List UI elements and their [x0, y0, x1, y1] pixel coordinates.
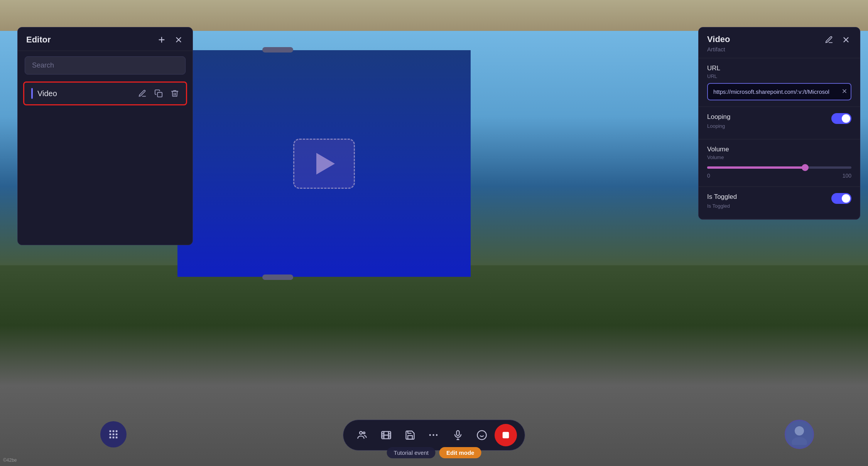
edit-icon: [138, 89, 147, 98]
editor-header: Editor: [18, 27, 193, 51]
taskbar: •••: [343, 420, 525, 451]
editor-title: Editor: [26, 35, 51, 45]
svg-rect-17: [503, 432, 509, 439]
artifact-title-group: Video Artifact: [707, 34, 730, 53]
grid-icon: [108, 429, 119, 440]
svg-rect-5: [113, 434, 115, 435]
artifact-edit-button[interactable]: [824, 34, 834, 45]
search-container: [18, 51, 193, 80]
svg-rect-6: [116, 434, 118, 435]
volume-slider-container: 0 100: [707, 166, 851, 179]
artifact-header: Video Artifact: [699, 27, 860, 58]
plus-icon: [157, 36, 166, 44]
volume-section: Volume Volume 0 100: [699, 139, 860, 187]
video-edit-button[interactable]: [138, 89, 147, 98]
edit-mode-badge: Edit mode: [439, 447, 481, 458]
video-scrollbar-top[interactable]: [262, 47, 293, 53]
looping-label-group: Looping Looping: [707, 113, 731, 133]
looping-section: Looping Looping: [699, 107, 860, 139]
volume-min-label: 0: [707, 173, 710, 179]
video-list-item[interactable]: Video: [23, 81, 187, 105]
svg-point-18: [795, 426, 804, 435]
url-clear-icon: [841, 88, 848, 94]
mic-icon: [453, 430, 463, 441]
avatar-image: [789, 424, 810, 445]
svg-rect-8: [113, 437, 115, 439]
record-icon: [502, 431, 510, 439]
svg-rect-13: [457, 430, 459, 435]
svg-rect-0: [157, 92, 162, 97]
svg-point-11: [363, 432, 365, 434]
svg-rect-4: [110, 434, 111, 435]
video-copy-button[interactable]: [154, 89, 163, 98]
film-icon: [381, 430, 392, 441]
wood-top-decoration: [0, 0, 868, 31]
grid-button[interactable]: [100, 421, 127, 447]
artifact-title: Video: [707, 34, 730, 44]
taskbar-record-button[interactable]: [495, 424, 517, 446]
status-bar: Tutorial event Edit mode: [387, 447, 481, 458]
is-toggled-label: Is Toggled: [707, 193, 737, 201]
is-toggled-sublabel: Is Toggled: [707, 203, 737, 209]
looping-toggle[interactable]: [831, 113, 851, 124]
volume-track: [707, 166, 851, 169]
editor-panel: Editor Video: [17, 27, 193, 245]
artifact-subtitle: Artifact: [707, 46, 730, 53]
taskbar-emoji-button[interactable]: [471, 424, 493, 446]
is-toggled-section: Is Toggled Is Toggled: [699, 187, 860, 219]
video-display-area: [177, 50, 471, 277]
svg-point-10: [360, 432, 362, 434]
volume-sublabel: Volume: [707, 154, 851, 160]
trash-icon: [171, 89, 179, 98]
video-scrollbar-bottom[interactable]: [262, 275, 293, 280]
url-label: URL: [707, 64, 851, 72]
url-input[interactable]: [707, 83, 851, 100]
copy-icon: [154, 89, 163, 98]
video-item-left: Video: [31, 88, 57, 99]
copyright-text: ©42be: [3, 458, 17, 463]
volume-fill: [707, 166, 805, 169]
svg-rect-9: [116, 437, 118, 439]
artifact-close-icon: [842, 36, 850, 44]
url-input-container: [707, 83, 851, 100]
artifact-edit-icon: [825, 36, 833, 44]
taskbar-people-button[interactable]: [351, 424, 373, 446]
svg-point-14: [477, 430, 486, 439]
url-clear-button[interactable]: [841, 88, 848, 96]
search-input[interactable]: [25, 56, 186, 75]
video-delete-button[interactable]: [171, 89, 179, 98]
editor-header-actions: [156, 34, 184, 45]
artifact-close-button[interactable]: [841, 34, 851, 45]
looping-label: Looping: [707, 113, 731, 121]
taskbar-mic-button[interactable]: [447, 424, 469, 446]
video-item-actions: [138, 89, 179, 98]
svg-point-19: [792, 437, 807, 445]
more-dots-icon: •••: [429, 432, 439, 439]
taskbar-more-button[interactable]: •••: [423, 424, 445, 446]
editor-close-button[interactable]: [173, 34, 184, 45]
video-item-indicator: [31, 88, 33, 99]
volume-labels: 0 100: [707, 173, 851, 179]
volume-max-label: 100: [843, 173, 851, 179]
taskbar-film-button[interactable]: [375, 424, 397, 446]
svg-rect-7: [110, 437, 111, 439]
artifact-header-actions: [824, 34, 851, 45]
volume-label: Volume: [707, 146, 851, 153]
taskbar-save-button[interactable]: [399, 424, 421, 446]
save-icon: [405, 430, 415, 441]
url-sublabel: URL: [707, 73, 851, 79]
looping-sublabel: Looping: [707, 123, 731, 129]
volume-thumb[interactable]: [802, 164, 809, 171]
editor-add-button[interactable]: [156, 34, 167, 45]
svg-rect-1: [110, 430, 111, 432]
event-status-badge: Tutorial event: [387, 447, 436, 458]
close-icon: [174, 36, 183, 44]
artifact-panel: Video Artifact URL URL: [698, 27, 860, 220]
play-triangle-icon: [316, 153, 335, 175]
is-toggled-toggle[interactable]: [831, 193, 851, 204]
url-section: URL URL: [699, 58, 860, 107]
user-avatar[interactable]: [785, 420, 814, 449]
video-play-area[interactable]: [293, 139, 355, 189]
people-icon: [357, 430, 368, 441]
is-toggled-label-group: Is Toggled Is Toggled: [707, 193, 737, 213]
